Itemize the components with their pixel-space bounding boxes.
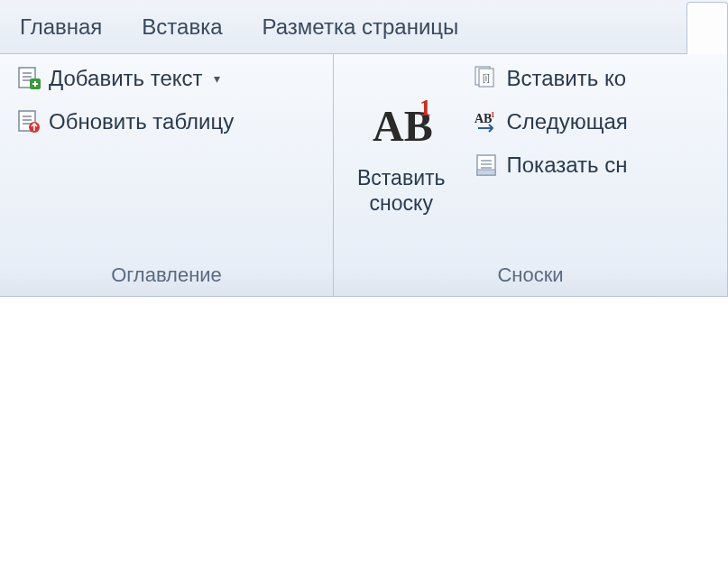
insert-endnote-icon: [i]	[473, 65, 500, 92]
show-notes-label: Показать сн	[507, 153, 628, 178]
update-table-button[interactable]: Обновить таблицу	[9, 105, 239, 139]
next-footnote-icon: AB 1	[473, 108, 500, 135]
insert-endnote-button[interactable]: [i] Вставить ко	[467, 61, 633, 96]
group-footnotes-label: Сноски	[334, 258, 727, 296]
show-notes-button[interactable]: Показать сн	[467, 148, 633, 182]
insert-footnote-icon: AB 1	[365, 96, 438, 160]
svg-text:[i]: [i]	[483, 73, 490, 83]
svg-text:1: 1	[491, 110, 495, 119]
tab-active-edge[interactable]	[687, 2, 728, 54]
group-table-of-contents: Добавить текст ▾	[0, 54, 334, 296]
group-toc-label: Оглавление	[0, 258, 333, 296]
svg-text:AB: AB	[475, 112, 492, 125]
update-table-label: Обновить таблицу	[49, 109, 234, 134]
svg-rect-23	[477, 170, 495, 175]
tab-home[interactable]: Главная	[0, 0, 122, 54]
next-footnote-label: Следующая	[507, 109, 628, 134]
update-table-icon	[14, 108, 41, 135]
ribbon-groups: Добавить текст ▾	[0, 54, 728, 296]
tab-insert[interactable]: Вставка	[122, 0, 242, 54]
svg-text:1: 1	[419, 96, 431, 121]
tab-page-layout[interactable]: Разметка страницы	[243, 0, 479, 54]
ribbon-tabs: Главная Вставка Разметка страницы	[0, 0, 728, 54]
add-text-icon	[14, 65, 41, 92]
insert-footnote-button[interactable]: AB 1 Вставить сноску	[343, 61, 460, 251]
insert-endnote-label: Вставить ко	[507, 66, 627, 91]
insert-footnote-label: Вставить сноску	[357, 165, 446, 217]
chevron-down-icon: ▾	[214, 71, 220, 86]
add-text-button[interactable]: Добавить текст ▾	[9, 61, 239, 96]
ribbon: Главная Вставка Разметка страницы	[0, 0, 728, 297]
group-footnotes: AB 1 Вставить сноску [i]	[334, 54, 728, 296]
next-footnote-button[interactable]: AB 1 Следующая	[467, 105, 633, 139]
show-notes-icon	[473, 152, 500, 179]
add-text-label: Добавить текст	[49, 66, 203, 91]
